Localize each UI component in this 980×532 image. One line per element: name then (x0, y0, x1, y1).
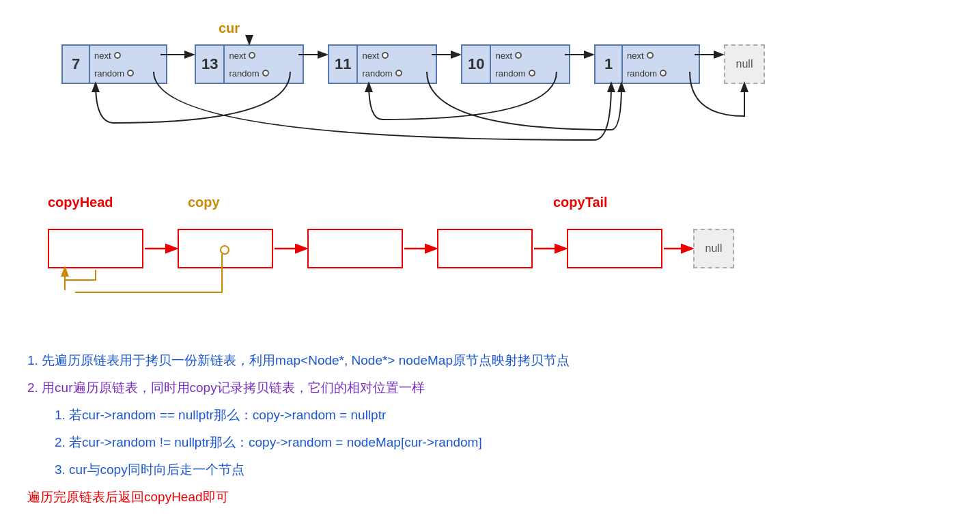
node-7: 7 next random (61, 44, 167, 84)
node-10-next: next (495, 46, 535, 64)
node-13-random-dot (262, 70, 269, 76)
text-line-4: 2. 若cur->random != nullptr那么：copy->rando… (27, 430, 960, 455)
text-line-3: 1. 若cur->random == nullptr那么：copy->rando… (27, 403, 960, 428)
text-line-6: 遍历完原链表后返回copyHead即可 (27, 485, 960, 509)
text-line-2: 2. 用cur遍历原链表，同时用copy记录拷贝链表，它们的相对位置一样 (27, 376, 960, 400)
top-diagram: cur 7 next random 13 next random (20, 20, 960, 171)
node-1-random-dot (660, 70, 667, 76)
copy-tail-label: copyTail (553, 195, 608, 210)
node-13-random: random (229, 64, 268, 82)
bottom-diagram-section: copyHead copy copyTail null (20, 191, 960, 328)
node-11-next-dot (382, 52, 389, 59)
text-section: 1. 先遍历原链表用于拷贝一份新链表，利用map<Node*, Node*> n… (20, 348, 960, 510)
null-node-top: null (724, 44, 765, 84)
node-11-fields: next random (358, 46, 406, 83)
copy-head-label: copyHead (48, 195, 113, 210)
node-13: 13 next random (195, 44, 304, 84)
node-7-fields: next random (90, 46, 138, 83)
node-10-next-dot (515, 52, 522, 59)
text-line-1: 1. 先遍历原链表用于拷贝一份新链表，利用map<Node*, Node*> n… (27, 348, 960, 373)
text-line-5: 3. cur与copy同时向后走一个节点 (27, 458, 960, 482)
node-10-random: random (495, 64, 535, 82)
node-7-val: 7 (63, 46, 90, 83)
bottom-diagram: copyHead copy copyTail null (20, 191, 960, 328)
node-13-next: next (229, 46, 268, 64)
node-10-val: 10 (462, 46, 491, 83)
node-11-random: random (362, 64, 402, 82)
node-11: 11 next random (328, 44, 437, 84)
copy-label: copy (188, 195, 220, 210)
copy-node-3 (307, 229, 403, 268)
node-1-fields: next random (623, 46, 671, 83)
node-7-next: next (94, 46, 134, 64)
top-diagram-arrows (20, 20, 840, 171)
node-1-next: next (627, 46, 667, 64)
node-1: 1 next random (594, 44, 700, 84)
node-1-next-dot (647, 52, 654, 59)
node-1-val: 1 (596, 46, 623, 83)
node-7-random-dot (127, 70, 134, 76)
node-7-next-dot (114, 52, 121, 59)
node-11-random-dot (395, 70, 402, 76)
node-13-next-dot (249, 52, 255, 59)
node-11-next: next (362, 46, 402, 64)
node-10-random-dot (529, 70, 535, 76)
node-10-fields: next random (491, 46, 539, 83)
node-13-fields: next random (225, 46, 272, 83)
copy-node-4 (437, 229, 533, 268)
copy-circle-dot (220, 245, 229, 255)
top-diagram-section: cur 7 next random 13 next random (20, 20, 960, 171)
null-node-bottom: null (693, 229, 734, 268)
node-1-random: random (627, 64, 667, 82)
copy-node-1 (48, 229, 143, 268)
copy-node-2 (178, 229, 273, 268)
node-7-random: random (94, 64, 134, 82)
copy-node-5 (567, 229, 662, 268)
node-10: 10 next random (461, 44, 570, 84)
node-13-val: 13 (196, 46, 225, 83)
cur-label: cur (219, 20, 240, 36)
node-11-val: 11 (329, 46, 358, 83)
